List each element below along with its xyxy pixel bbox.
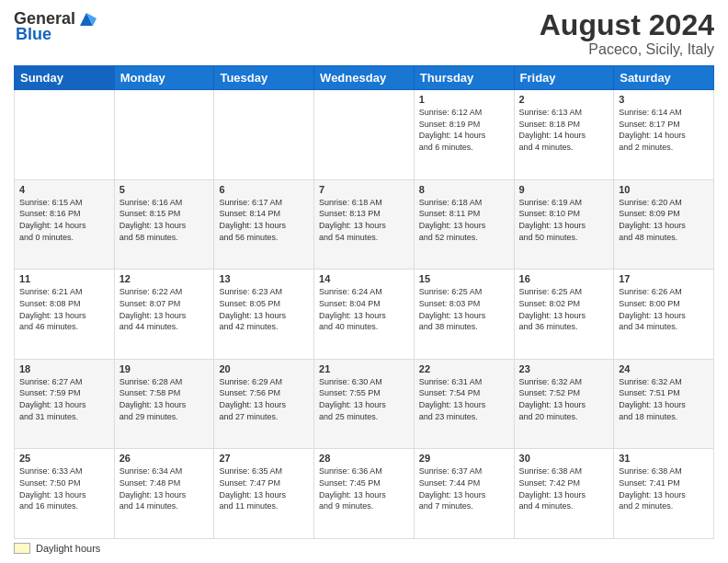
- day-info: Sunrise: 6:26 AMSunset: 8:00 PMDaylight:…: [619, 286, 709, 332]
- day-number: 18: [19, 363, 109, 374]
- day-number: 16: [519, 273, 609, 284]
- page: General Blue August 2024 Paceco, Sicily,…: [0, 0, 728, 563]
- table-row: 16Sunrise: 6:25 AMSunset: 8:02 PMDayligh…: [514, 270, 614, 360]
- day-number: 24: [619, 363, 709, 374]
- day-number: 15: [419, 273, 509, 284]
- day-info: Sunrise: 6:21 AMSunset: 8:08 PMDaylight:…: [19, 286, 109, 332]
- logo-blue-text: Blue: [16, 26, 51, 44]
- table-row: [214, 90, 314, 180]
- table-row: 5Sunrise: 6:16 AMSunset: 8:15 PMDaylight…: [114, 179, 214, 270]
- day-info: Sunrise: 6:25 AMSunset: 8:03 PMDaylight:…: [419, 286, 509, 332]
- day-number: 14: [319, 273, 409, 284]
- day-info: Sunrise: 6:37 AMSunset: 7:44 PMDaylight:…: [419, 465, 509, 511]
- table-row: 23Sunrise: 6:32 AMSunset: 7:52 PMDayligh…: [514, 359, 614, 449]
- table-row: 29Sunrise: 6:37 AMSunset: 7:44 PMDayligh…: [414, 449, 514, 539]
- table-row: 13Sunrise: 6:23 AMSunset: 8:05 PMDayligh…: [214, 270, 314, 360]
- header-friday: Friday: [514, 66, 614, 90]
- table-row: 1Sunrise: 6:12 AMSunset: 8:19 PMDaylight…: [414, 90, 514, 180]
- table-row: 2Sunrise: 6:13 AMSunset: 8:18 PMDaylight…: [514, 90, 614, 180]
- calendar-week-5: 25Sunrise: 6:33 AMSunset: 7:50 PMDayligh…: [15, 449, 714, 539]
- header-monday: Monday: [114, 66, 214, 90]
- day-number: 6: [219, 184, 309, 195]
- day-info: Sunrise: 6:15 AMSunset: 8:16 PMDaylight:…: [19, 197, 109, 243]
- header: General Blue August 2024 Paceco, Sicily,…: [14, 9, 714, 58]
- day-info: Sunrise: 6:31 AMSunset: 7:54 PMDaylight:…: [419, 376, 509, 422]
- title-section: August 2024 Paceco, Sicily, Italy: [540, 9, 714, 58]
- table-row: 3Sunrise: 6:14 AMSunset: 8:17 PMDaylight…: [614, 90, 714, 180]
- header-wednesday: Wednesday: [314, 66, 415, 90]
- day-info: Sunrise: 6:36 AMSunset: 7:45 PMDaylight:…: [319, 465, 409, 511]
- day-info: Sunrise: 6:17 AMSunset: 8:14 PMDaylight:…: [219, 197, 309, 243]
- day-number: 28: [319, 453, 409, 464]
- day-info: Sunrise: 6:12 AMSunset: 8:19 PMDaylight:…: [419, 107, 509, 153]
- day-number: 8: [419, 184, 509, 195]
- header-tuesday: Tuesday: [214, 66, 314, 90]
- header-saturday: Saturday: [614, 66, 714, 90]
- day-number: 12: [119, 273, 210, 284]
- day-number: 27: [219, 453, 309, 464]
- day-info: Sunrise: 6:22 AMSunset: 8:07 PMDaylight:…: [119, 286, 210, 332]
- day-number: 25: [19, 453, 109, 464]
- day-info: Sunrise: 6:16 AMSunset: 8:15 PMDaylight:…: [119, 197, 210, 243]
- day-number: 22: [419, 363, 509, 374]
- day-number: 20: [219, 363, 309, 374]
- day-info: Sunrise: 6:30 AMSunset: 7:55 PMDaylight:…: [319, 376, 409, 422]
- day-number: 11: [19, 273, 109, 284]
- day-info: Sunrise: 6:18 AMSunset: 8:13 PMDaylight:…: [319, 197, 409, 243]
- footer: Daylight hours: [14, 543, 714, 554]
- day-info: Sunrise: 6:23 AMSunset: 8:05 PMDaylight:…: [219, 286, 309, 332]
- table-row: 28Sunrise: 6:36 AMSunset: 7:45 PMDayligh…: [314, 449, 415, 539]
- table-row: 15Sunrise: 6:25 AMSunset: 8:03 PMDayligh…: [414, 270, 514, 360]
- day-info: Sunrise: 6:34 AMSunset: 7:48 PMDaylight:…: [119, 465, 210, 511]
- table-row: 8Sunrise: 6:18 AMSunset: 8:11 PMDaylight…: [414, 179, 514, 270]
- table-row: 30Sunrise: 6:38 AMSunset: 7:42 PMDayligh…: [514, 449, 614, 539]
- day-info: Sunrise: 6:14 AMSunset: 8:17 PMDaylight:…: [619, 107, 709, 153]
- day-number: 26: [119, 453, 210, 464]
- day-number: 21: [319, 363, 409, 374]
- day-number: 31: [619, 453, 709, 464]
- day-number: 2: [519, 94, 609, 105]
- calendar-week-2: 4Sunrise: 6:15 AMSunset: 8:16 PMDaylight…: [15, 179, 714, 270]
- legend-label: Daylight hours: [36, 543, 100, 554]
- day-number: 4: [19, 184, 109, 195]
- header-thursday: Thursday: [414, 66, 514, 90]
- day-info: Sunrise: 6:24 AMSunset: 8:04 PMDaylight:…: [319, 286, 409, 332]
- day-info: Sunrise: 6:18 AMSunset: 8:11 PMDaylight:…: [419, 197, 509, 243]
- day-number: 7: [319, 184, 409, 195]
- legend-box: [14, 543, 30, 554]
- table-row: 7Sunrise: 6:18 AMSunset: 8:13 PMDaylight…: [314, 179, 415, 270]
- table-row: [314, 90, 415, 180]
- day-info: Sunrise: 6:19 AMSunset: 8:10 PMDaylight:…: [519, 197, 609, 243]
- calendar-week-4: 18Sunrise: 6:27 AMSunset: 7:59 PMDayligh…: [15, 359, 714, 449]
- table-row: 4Sunrise: 6:15 AMSunset: 8:16 PMDaylight…: [15, 179, 115, 270]
- header-sunday: Sunday: [15, 66, 115, 90]
- day-info: Sunrise: 6:38 AMSunset: 7:42 PMDaylight:…: [519, 465, 609, 511]
- day-number: 5: [119, 184, 210, 195]
- day-info: Sunrise: 6:33 AMSunset: 7:50 PMDaylight:…: [19, 465, 109, 511]
- table-row: 31Sunrise: 6:38 AMSunset: 7:41 PMDayligh…: [614, 449, 714, 539]
- table-row: 19Sunrise: 6:28 AMSunset: 7:58 PMDayligh…: [114, 359, 214, 449]
- page-title: August 2024: [540, 9, 714, 41]
- table-row: 21Sunrise: 6:30 AMSunset: 7:55 PMDayligh…: [314, 359, 415, 449]
- day-number: 19: [119, 363, 210, 374]
- day-info: Sunrise: 6:35 AMSunset: 7:47 PMDaylight:…: [219, 465, 309, 511]
- day-number: 29: [419, 453, 509, 464]
- logo: General Blue: [14, 9, 97, 44]
- table-row: 17Sunrise: 6:26 AMSunset: 8:00 PMDayligh…: [614, 270, 714, 360]
- day-info: Sunrise: 6:38 AMSunset: 7:41 PMDaylight:…: [619, 465, 709, 511]
- table-row: 26Sunrise: 6:34 AMSunset: 7:48 PMDayligh…: [114, 449, 214, 539]
- calendar-week-1: 1Sunrise: 6:12 AMSunset: 8:19 PMDaylight…: [15, 90, 714, 180]
- day-number: 13: [219, 273, 309, 284]
- calendar-header-row: Sunday Monday Tuesday Wednesday Thursday…: [15, 66, 714, 90]
- table-row: 12Sunrise: 6:22 AMSunset: 8:07 PMDayligh…: [114, 270, 214, 360]
- table-row: 22Sunrise: 6:31 AMSunset: 7:54 PMDayligh…: [414, 359, 514, 449]
- day-info: Sunrise: 6:32 AMSunset: 7:51 PMDaylight:…: [619, 376, 709, 422]
- day-number: 10: [619, 184, 709, 195]
- day-info: Sunrise: 6:27 AMSunset: 7:59 PMDaylight:…: [19, 376, 109, 422]
- table-row: 25Sunrise: 6:33 AMSunset: 7:50 PMDayligh…: [15, 449, 115, 539]
- table-row: 20Sunrise: 6:29 AMSunset: 7:56 PMDayligh…: [214, 359, 314, 449]
- location-text: Paceco, Sicily, Italy: [540, 41, 714, 58]
- table-row: 10Sunrise: 6:20 AMSunset: 8:09 PMDayligh…: [614, 179, 714, 270]
- day-number: 9: [519, 184, 609, 195]
- table-row: 14Sunrise: 6:24 AMSunset: 8:04 PMDayligh…: [314, 270, 415, 360]
